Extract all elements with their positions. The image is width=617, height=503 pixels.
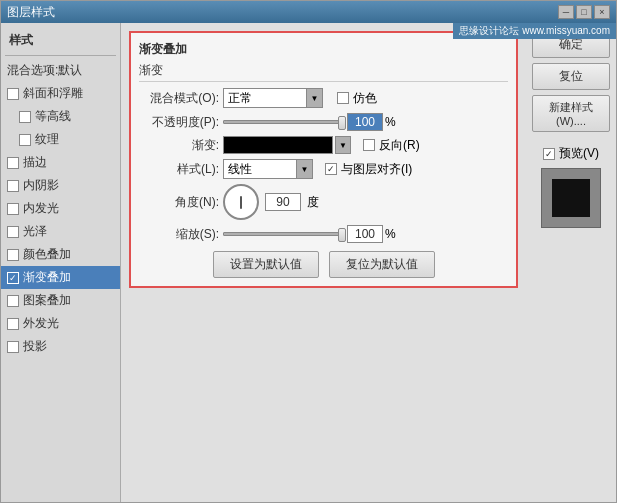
inner-glow-checkbox[interactable] <box>7 203 19 215</box>
outer-glow-label: 外发光 <box>23 315 59 332</box>
gradient-overlay-label: 渐变叠加 <box>23 269 71 286</box>
color-overlay-label: 颜色叠加 <box>23 246 71 263</box>
opacity-label: 不透明度(P): <box>139 114 219 131</box>
style-arrow[interactable]: ▼ <box>296 160 312 178</box>
stroke-label: 描边 <box>23 154 47 171</box>
blend-options-label: 混合选项:默认 <box>7 62 82 79</box>
scale-input[interactable] <box>347 225 383 243</box>
reverse-checkbox[interactable] <box>363 139 375 151</box>
right-panel: 确定 复位 新建样式(W).... 预览(V) <box>526 23 616 502</box>
texture-label: 纹理 <box>35 131 59 148</box>
align-label: 与图层对齐(I) <box>341 161 412 178</box>
scale-unit: % <box>385 227 396 241</box>
angle-unit: 度 <box>307 194 319 211</box>
minimize-button[interactable]: ─ <box>558 5 574 19</box>
color-overlay-checkbox[interactable] <box>7 249 19 261</box>
sidebar-item-bevel[interactable]: 斜面和浮雕 <box>1 82 120 105</box>
stroke-checkbox[interactable] <box>7 157 19 169</box>
scale-row: 缩放(S): % <box>139 225 508 243</box>
preview-section: 预览(V) <box>532 141 610 234</box>
sidebar-item-satin[interactable]: 光泽 <box>1 220 120 243</box>
opacity-slider-container[interactable] <box>223 120 343 124</box>
sidebar-item-blend-options[interactable]: 混合选项:默认 <box>1 59 120 82</box>
sidebar-item-pattern-overlay[interactable]: 图案叠加 <box>1 289 120 312</box>
opacity-value-container: % <box>347 113 396 131</box>
gradient-label: 渐变: <box>139 137 219 154</box>
gradient-overlay-checkbox[interactable]: ✓ <box>7 272 19 284</box>
blend-mode-value: 正常 <box>224 90 306 107</box>
main-window: 图层样式 ─ □ × 思缘设计论坛 www.missyuan.com 样式 混合… <box>0 0 617 503</box>
bottom-buttons: 设置为默认值 复位为默认值 <box>139 251 508 278</box>
style-select-container[interactable]: 线性 ▼ <box>223 159 313 179</box>
align-checkbox[interactable] <box>325 163 337 175</box>
align-row: 与图层对齐(I) <box>325 161 412 178</box>
gradient-row: 渐变: ▼ 反向(R) <box>139 136 508 154</box>
texture-checkbox[interactable] <box>19 134 31 146</box>
blend-mode-row: 混合模式(O): 正常 ▼ 仿色 <box>139 88 508 108</box>
sidebar-item-gradient-overlay[interactable]: ✓ 渐变叠加 <box>1 266 120 289</box>
new-style-button[interactable]: 新建样式(W).... <box>532 95 610 132</box>
scale-slider-thumb[interactable] <box>338 228 346 242</box>
sidebar-item-inner-glow[interactable]: 内发光 <box>1 197 120 220</box>
scale-label: 缩放(S): <box>139 226 219 243</box>
gradient-dropdown-arrow[interactable]: ▼ <box>335 136 351 154</box>
style-label: 样式(L): <box>139 161 219 178</box>
reverse-row: 反向(R) <box>363 137 420 154</box>
preview-checkbox[interactable] <box>543 148 555 160</box>
title-buttons: ─ □ × <box>558 5 610 19</box>
pattern-overlay-label: 图案叠加 <box>23 292 71 309</box>
opacity-slider-thumb[interactable] <box>338 116 346 130</box>
simulate-label: 仿色 <box>353 90 377 107</box>
sidebar-item-color-overlay[interactable]: 颜色叠加 <box>1 243 120 266</box>
sidebar-item-stroke[interactable]: 描边 <box>1 151 120 174</box>
angle-dial[interactable] <box>223 184 259 220</box>
sidebar-item-inner-shadow[interactable]: 内阴影 <box>1 174 120 197</box>
drop-shadow-checkbox[interactable] <box>7 341 19 353</box>
reset-button[interactable]: 复位 <box>532 63 610 90</box>
inner-shadow-checkbox[interactable] <box>7 180 19 192</box>
simulate-row: 仿色 <box>337 90 377 107</box>
satin-checkbox[interactable] <box>7 226 19 238</box>
inner-shadow-label: 内阴影 <box>23 177 59 194</box>
blend-mode-label: 混合模式(O): <box>139 90 219 107</box>
gradient-preview-button[interactable] <box>223 136 333 154</box>
angle-controls: 度 <box>223 184 319 220</box>
main-panel: 渐变叠加 渐变 混合模式(O): 正常 ▼ 仿色 <box>121 23 526 502</box>
subsection-title: 渐变 <box>139 62 508 82</box>
preview-inner <box>552 179 590 217</box>
style-row: 样式(L): 线性 ▼ 与图层对齐(I) <box>139 159 508 179</box>
contour-label: 等高线 <box>35 108 71 125</box>
preview-label: 预览(V) <box>559 145 599 162</box>
style-controls: 线性 ▼ 与图层对齐(I) <box>223 159 508 179</box>
pattern-overlay-checkbox[interactable] <box>7 295 19 307</box>
maximize-button[interactable]: □ <box>576 5 592 19</box>
scale-controls: % <box>223 225 508 243</box>
gradient-overlay-section: 渐变叠加 渐变 混合模式(O): 正常 ▼ 仿色 <box>129 31 518 288</box>
blend-mode-select-container[interactable]: 正常 ▼ <box>223 88 323 108</box>
contour-checkbox[interactable] <box>19 111 31 123</box>
style-value: 线性 <box>224 161 296 178</box>
scale-slider-container[interactable] <box>223 232 343 236</box>
blend-mode-arrow[interactable]: ▼ <box>306 89 322 107</box>
drop-shadow-label: 投影 <box>23 338 47 355</box>
window-title: 图层样式 <box>7 4 55 21</box>
sidebar-item-texture[interactable]: 纹理 <box>1 128 120 151</box>
set-default-button[interactable]: 设置为默认值 <box>213 251 319 278</box>
sidebar-item-outer-glow[interactable]: 外发光 <box>1 312 120 335</box>
angle-input[interactable] <box>265 193 301 211</box>
sidebar-item-contour[interactable]: 等高线 <box>1 105 120 128</box>
opacity-input[interactable] <box>347 113 383 131</box>
close-button[interactable]: × <box>594 5 610 19</box>
section-title: 渐变叠加 <box>139 41 508 58</box>
outer-glow-checkbox[interactable] <box>7 318 19 330</box>
simulate-checkbox[interactable] <box>337 92 349 104</box>
watermark: 思缘设计论坛 www.missyuan.com <box>453 23 616 39</box>
opacity-unit: % <box>385 115 396 129</box>
reset-default-button[interactable]: 复位为默认值 <box>329 251 435 278</box>
satin-label: 光泽 <box>23 223 47 240</box>
angle-row: 角度(N): 度 <box>139 184 508 220</box>
preview-box <box>541 168 601 228</box>
sidebar-title: 样式 <box>1 29 120 52</box>
sidebar-item-drop-shadow[interactable]: 投影 <box>1 335 120 358</box>
bevel-checkbox[interactable] <box>7 88 19 100</box>
